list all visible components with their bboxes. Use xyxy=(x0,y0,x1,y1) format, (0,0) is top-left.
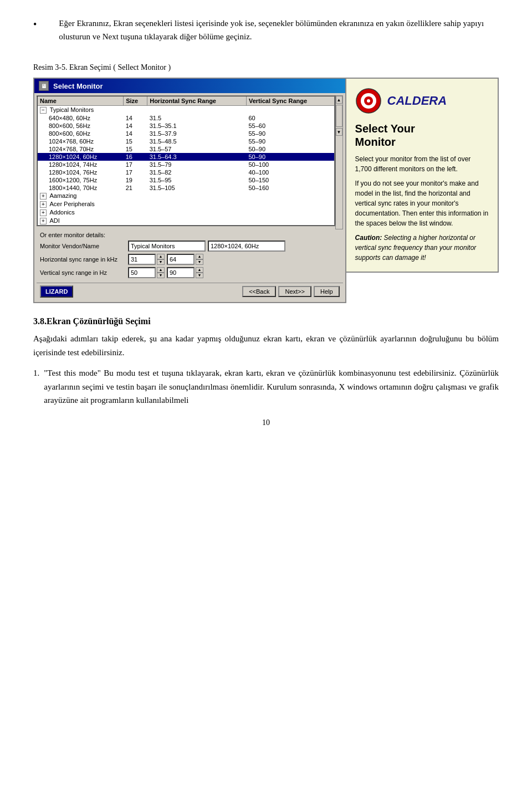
monitor-hsync: 31.5–37.9 xyxy=(147,130,247,137)
lizard-button[interactable]: LIZARD xyxy=(40,285,73,298)
group-addonics[interactable]: + Addonics xyxy=(37,208,335,217)
monitor-icon: 🖥 xyxy=(39,81,49,91)
help-button[interactable]: Help xyxy=(314,286,340,297)
section-heading: 3.8.Ekran Çözünürlüğü Seçimi xyxy=(33,316,499,326)
caldera-panel: CALDERA Select Your Monitor Select your … xyxy=(346,78,499,273)
table-row[interactable]: 1024×768, 70Hz 15 31.5–57 50–90 xyxy=(37,145,335,153)
monitor-hsync: 31.5–35.1 xyxy=(147,122,247,130)
enter-details-label: Or enter monitor details: xyxy=(40,232,340,238)
select-monitor-dialog: 🖥 Select Monitor Name Size Horizontal Sy… xyxy=(33,78,346,303)
figure-caption: Resim 3-5. Ekran Seçimi ( Sellect Monito… xyxy=(33,63,499,72)
group-adi[interactable]: + ADI xyxy=(37,217,335,226)
monitor-hsync: 31.5–48.5 xyxy=(147,137,247,145)
hsync-max-input[interactable] xyxy=(167,254,195,265)
vsync-min-up[interactable]: ▲ xyxy=(157,267,165,273)
monitor-name: 1024×768, 60Hz xyxy=(37,137,124,145)
vsync-max-up[interactable]: ▲ xyxy=(196,267,203,273)
svg-point-3 xyxy=(367,99,370,103)
vendor-name-input[interactable] xyxy=(128,241,206,252)
caution-label: Caution: xyxy=(355,234,382,242)
hsync-min-spinner[interactable]: ▲ ▼ xyxy=(157,254,165,265)
monitor-hsync: 31.5–82 xyxy=(147,168,247,176)
monitor-vsync: 50–90 xyxy=(246,145,334,153)
vsync-min-input[interactable] xyxy=(128,267,156,278)
table-row[interactable]: 800×600, 56Hz 14 31.5–35.1 55–60 xyxy=(37,122,335,130)
next-button[interactable]: Next>> xyxy=(278,286,311,297)
table-row[interactable]: 1280×1024, 74Hz 17 31.5–79 50–100 xyxy=(37,161,335,168)
monitor-vsync: 60 xyxy=(246,114,334,122)
group-typical-monitors[interactable]: − Typical Monitors xyxy=(37,106,335,115)
table-row[interactable]: 1600×1200, 75Hz 19 31.5–95 50–150 xyxy=(37,176,335,184)
caldera-header: CALDERA xyxy=(355,88,489,114)
vsync-max-spinner[interactable]: ▲ ▼ xyxy=(196,267,203,278)
vendor-row: Monitor Vendor/Name xyxy=(40,241,340,252)
hsync-max-spinner[interactable]: ▲ ▼ xyxy=(196,254,203,265)
monitor-name: 1800×1440, 70Hz xyxy=(37,184,124,192)
hsync-min-down[interactable]: ▼ xyxy=(157,259,165,265)
table-row[interactable]: 640×480, 60Hz 14 31.5 60 xyxy=(37,114,335,122)
scroll-up-arrow[interactable]: ▲ xyxy=(336,96,342,104)
hsync-max-up[interactable]: ▲ xyxy=(196,254,203,259)
numbered-item-1: 1. "Test this mode" Bu modu test et tuşu… xyxy=(33,366,499,407)
monitor-name: 800×600, 60Hz xyxy=(37,130,124,137)
monitor-details-form: Or enter monitor details: Monitor Vendor… xyxy=(37,229,343,283)
monitor-size: 15 xyxy=(124,145,147,153)
monitor-vsync: 50–150 xyxy=(246,176,334,184)
monitor-name: 1280×1024, 74Hz xyxy=(37,161,124,168)
scroll-down-arrow[interactable]: ▼ xyxy=(336,128,342,136)
dialog-wrapper: 🖥 Select Monitor Name Size Horizontal Sy… xyxy=(33,78,499,303)
vsync-min-spinner[interactable]: ▲ ▼ xyxy=(157,267,165,278)
monitor-name: 1280×1024, 76Hz xyxy=(37,168,124,176)
monitor-size: 14 xyxy=(124,130,147,137)
monitor-list-container: Name Size Horizontal Sync Range Vertical… xyxy=(37,95,343,229)
scroll-thumb[interactable] xyxy=(336,105,342,127)
hsync-max-down[interactable]: ▼ xyxy=(196,259,203,265)
col-name: Name xyxy=(37,96,124,106)
hsync-min-input[interactable] xyxy=(128,254,156,265)
group-aamazing[interactable]: + Aamazing xyxy=(37,192,335,200)
monitor-table-scroll[interactable]: Name Size Horizontal Sync Range Vertical… xyxy=(37,95,335,229)
expand-adi[interactable]: + xyxy=(40,218,47,224)
monitor-size: 21 xyxy=(124,184,147,192)
table-row[interactable]: 1800×1440, 70Hz 21 31.5–105 50–160 xyxy=(37,184,335,192)
vendor-model-input[interactable] xyxy=(208,241,285,252)
vsync-max-input[interactable] xyxy=(167,267,195,278)
title-line2: Monitor xyxy=(355,136,396,148)
vsync-max-group: ▲ ▼ xyxy=(167,267,203,278)
expand-typical[interactable]: − xyxy=(40,107,47,114)
caution-text: Caution: Selecting a higher horizontal o… xyxy=(355,233,489,263)
col-size: Size xyxy=(124,96,147,106)
bullet-dot: • xyxy=(33,18,37,32)
monitor-hsync: 31.5–105 xyxy=(147,184,247,192)
table-row[interactable]: 1280×1024, 76Hz 17 31.5–82 40–100 xyxy=(37,168,335,176)
vsync-min-down[interactable]: ▼ xyxy=(157,273,165,278)
item-number: 1. xyxy=(33,366,39,407)
monitor-vsync: 55–60 xyxy=(246,122,334,130)
expand-addonics[interactable]: + xyxy=(40,209,47,216)
back-button[interactable]: <<Back xyxy=(242,286,276,297)
hsync-min-group: ▲ ▼ xyxy=(128,254,165,265)
vertical-scrollbar[interactable]: ▲ ▼ xyxy=(335,95,343,229)
section-paragraph: Aşağıdaki adımları takip ederek, şu ana … xyxy=(33,332,499,360)
dialog-titlebar: 🖥 Select Monitor xyxy=(34,79,345,93)
monitor-vsync: 50–90 xyxy=(246,153,334,161)
monitor-vsync: 55–90 xyxy=(246,137,334,145)
vsync-max-down[interactable]: ▼ xyxy=(196,273,203,278)
monitor-hsync: 31.5–64.3 xyxy=(147,153,247,161)
expand-aamazing[interactable]: + xyxy=(40,193,47,200)
vendor-label: Monitor Vendor/Name xyxy=(40,243,126,249)
vsync-min-group: ▲ ▼ xyxy=(128,267,165,278)
table-row-selected[interactable]: 1280×1024, 60Hz 16 31.5–64.3 50–90 xyxy=(37,153,335,161)
monitor-size: 16 xyxy=(124,153,147,161)
hsync-min-up[interactable]: ▲ xyxy=(157,254,165,259)
monitor-name: 1600×1200, 75Hz xyxy=(37,176,124,184)
table-row[interactable]: 800×600, 60Hz 14 31.5–37.9 55–90 xyxy=(37,130,335,137)
page-number: 10 xyxy=(33,418,499,427)
table-row[interactable]: 1024×768, 60Hz 15 31.5–48.5 55–90 xyxy=(37,137,335,145)
group-acer[interactable]: + Acer Peripherals xyxy=(37,200,335,208)
caldera-label: CALDERA xyxy=(387,94,447,108)
expand-acer[interactable]: + xyxy=(40,201,47,208)
select-monitor-title: Select Your Monitor xyxy=(355,122,489,149)
monitor-hsync: 31.5–79 xyxy=(147,161,247,168)
monitor-size: 17 xyxy=(124,168,147,176)
